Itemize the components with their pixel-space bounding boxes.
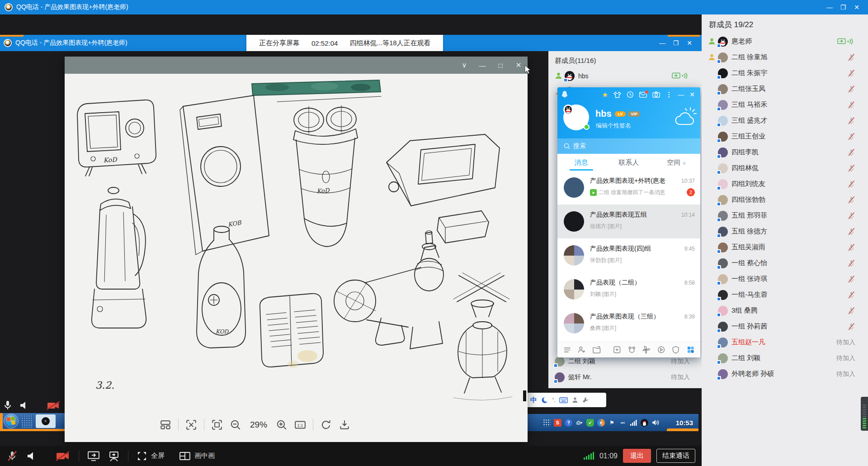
thumbnail-grid-icon[interactable] [160, 419, 171, 431]
member-row[interactable]: 二组 刘颖 待加入 ∨ [702, 350, 868, 366]
keyboard-icon[interactable] [559, 397, 568, 403]
power-plug-icon[interactable]: ⎓ [619, 419, 627, 427]
fullscreen-label[interactable]: 全屏 [151, 452, 165, 460]
mic-muted-icon[interactable] [847, 164, 855, 172]
webcam-app-icon[interactable] [36, 414, 56, 428]
pip-label[interactable]: 画中画 [194, 452, 215, 460]
network-signal-icon[interactable] [630, 419, 637, 427]
rotate-icon[interactable] [320, 419, 332, 431]
close-button[interactable]: ✕ [850, 0, 863, 14]
speaker-icon[interactable] [19, 400, 29, 411]
screenshot-camera-icon[interactable] [652, 91, 660, 98]
more-icon[interactable]: ⋮ [665, 90, 672, 99]
star-icon[interactable]: ★ [602, 90, 608, 99]
windows-start-orb[interactable] [4, 414, 19, 428]
mic-muted-icon[interactable] [847, 196, 855, 204]
mic-muted-icon[interactable] [847, 228, 855, 236]
security-shield-icon[interactable] [671, 345, 680, 354]
member-row[interactable]: 三组 盛兆才 ∨ [702, 113, 868, 128]
member-row[interactable]: 五组 徐德方 ∨ [702, 223, 868, 239]
mic-muted-icon[interactable] [847, 212, 855, 220]
fullscreen-icon[interactable] [137, 451, 147, 461]
member-row[interactable]: 四组李凯 ∨ [702, 144, 868, 160]
person-icon[interactable] [572, 397, 578, 403]
minimize-button[interactable]: — [678, 91, 684, 98]
moon-icon[interactable] [541, 397, 548, 404]
pip-icon[interactable] [179, 451, 191, 461]
mail-icon[interactable] [639, 92, 647, 98]
ime-softkeyboard-icon[interactable] [21, 415, 33, 428]
restore-button[interactable]: ❐ [836, 0, 850, 14]
member-row[interactable]: 二组 朱振宇 ∨ [702, 65, 868, 81]
minimize-button[interactable]: — [656, 35, 669, 51]
mic-muted-icon[interactable] [847, 243, 855, 252]
wrench-icon[interactable] [582, 397, 589, 403]
mic-muted-icon[interactable] [847, 101, 855, 109]
minimize-button[interactable]: — [823, 0, 836, 14]
volume-icon[interactable] [651, 419, 659, 427]
zoom-in-icon[interactable] [276, 419, 288, 431]
camera-off-icon[interactable] [46, 400, 61, 411]
devices-icon[interactable]: ⎙▾ [576, 419, 583, 427]
whiteboard-icon[interactable] [108, 450, 120, 462]
user-avatar[interactable] [563, 105, 589, 130]
maximize-button[interactable]: □ [491, 62, 509, 69]
mic-muted-icon[interactable] [847, 307, 855, 315]
zoom-out-icon[interactable] [230, 419, 241, 431]
restore-button[interactable]: ❐ [669, 35, 683, 51]
end-call-button[interactable]: 结束通话 [656, 449, 695, 463]
tab-messages[interactable]: 消息 [557, 154, 605, 171]
close-button[interactable]: ✕ [689, 91, 695, 98]
mic-muted-icon[interactable] [847, 85, 855, 93]
speaker-icon[interactable] [26, 450, 37, 462]
history-clock-icon[interactable] [627, 91, 634, 98]
app-grid-icon[interactable] [686, 345, 695, 354]
mic-muted-icon[interactable] [847, 180, 855, 188]
member-row[interactable]: 一组 蔡心怡 ∨ [702, 255, 868, 271]
chat-list-item[interactable]: 产品效果图表现+外聘(扈老 10:37 ➤二组 徐童旭撤回了一条消息 2 [557, 171, 700, 204]
member-row[interactable]: 四组刘统友 ∨ [702, 176, 868, 192]
chat-list-item[interactable]: 产品效果图表现（三组） 8:39 ➤桑腾:[图片] [557, 306, 700, 340]
member-row[interactable]: 四组张勃勃 ∨ [702, 192, 868, 208]
member-row[interactable]: 一组-马生蓉 ∨ [702, 287, 868, 303]
tab-contacts[interactable]: 联系人 [605, 154, 652, 171]
mic-muted-icon[interactable] [847, 323, 855, 331]
mic-off-icon[interactable] [6, 450, 18, 462]
ime-chinese-icon[interactable]: 中 [530, 396, 537, 404]
member-row[interactable]: 一组 孙莉茜 ∨ [702, 319, 868, 334]
punctuation-icon[interactable]: °‚ [552, 397, 555, 403]
mic-muted-icon[interactable] [847, 275, 855, 283]
member-row[interactable]: 三组 马裕禾 ∨ [702, 97, 868, 113]
member-row[interactable]: 扈老师 ∨ [702, 33, 868, 49]
collapse-button[interactable]: ∨ [455, 61, 473, 69]
help-icon[interactable]: ? [565, 419, 572, 427]
qq-penguin-icon[interactable] [641, 419, 648, 427]
flag-icon[interactable]: ⚑ [608, 419, 616, 427]
tray-grid-icon[interactable] [543, 419, 551, 427]
member-row[interactable]: 外聘老师 孙硕 待加入 ∨ [702, 366, 868, 382]
member-row[interactable]: 四组林侃 ∨ [702, 160, 868, 176]
game-box-icon[interactable] [613, 345, 621, 354]
mic-muted-icon[interactable] [847, 69, 855, 77]
mic-muted-icon[interactable] [847, 133, 855, 141]
member-row[interactable]: 3组 桑腾 ∨ [702, 303, 868, 319]
video-play-icon[interactable] [657, 345, 665, 354]
member-row[interactable]: hbs ∨ [548, 68, 702, 84]
minimize-button[interactable]: — [473, 62, 491, 69]
tab-space[interactable]: 空间 ∨ [653, 154, 700, 171]
mic-muted-icon[interactable] [847, 259, 855, 267]
member-row[interactable]: 三组王创业 ∨ [702, 128, 868, 144]
mic-muted-icon[interactable] [847, 148, 855, 157]
weather-icon[interactable] [673, 105, 697, 130]
one-to-one-icon[interactable]: 1:1 [294, 419, 306, 431]
close-button[interactable]: ✕ [683, 35, 696, 51]
share-screen-icon[interactable] [87, 450, 100, 462]
folder-icon[interactable] [592, 345, 601, 354]
tray-clock[interactable]: 10:53 [676, 419, 693, 427]
download-icon[interactable] [339, 419, 350, 431]
member-row[interactable]: 懿轩 Mr. 待加入 ∨ [548, 369, 702, 385]
menu-icon[interactable] [563, 345, 571, 354]
pinwheel-icon[interactable] [642, 345, 651, 354]
sogou-icon[interactable]: S [554, 419, 561, 427]
browser-icon[interactable]: e [597, 419, 605, 427]
